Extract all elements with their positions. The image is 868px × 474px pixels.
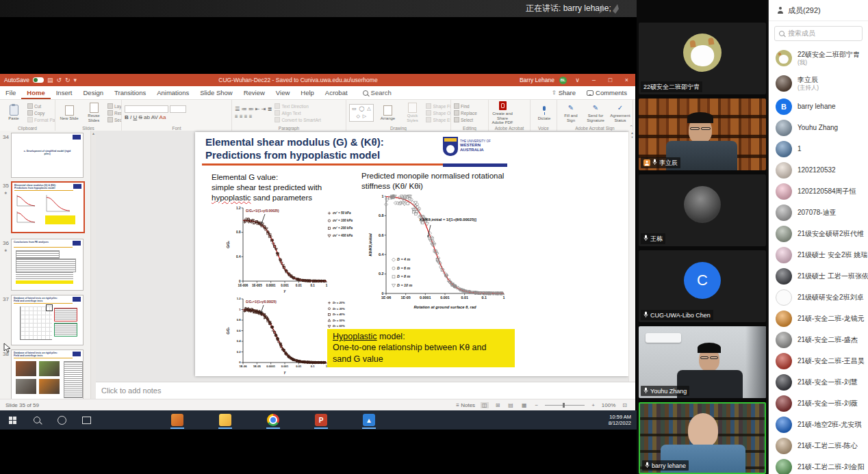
meeting-app-button[interactable] <box>167 410 188 430</box>
participant-row[interactable]: 21级安全硕研2班代维 <box>769 223 868 244</box>
member-search-input[interactable]: 搜索成员 <box>774 26 863 41</box>
participant-row[interactable]: 1202120584周子恒 <box>769 181 868 202</box>
photos-app-button[interactable]: ▲ <box>359 410 379 430</box>
participant-row[interactable]: 21硕-地空2班-尤安琪 <box>769 414 868 435</box>
slide-thumbnail-37[interactable]: Database of lateral tests on rigid piles… <box>11 295 84 345</box>
participant-row[interactable]: 21硕-安全二班-王昌昊 <box>769 350 868 371</box>
tab-transitions[interactable]: Transitions <box>109 87 151 99</box>
paragraph-buttons-row2[interactable]: ≡ ≡ ≡ ≡ <box>235 114 272 120</box>
normal-view-icon[interactable]: ◫ <box>481 402 489 408</box>
ribbon-button-convert-to-smartart[interactable]: Convert to SmartArt <box>275 117 320 122</box>
maximize-button[interactable]: □ <box>604 77 616 83</box>
paragraph-buttons-row1[interactable]: ☰ ≔ ≕ ⇤ ⇥ ≣ <box>235 106 272 112</box>
chrome-button[interactable] <box>263 410 283 430</box>
participant-row[interactable]: 22硕安全二班邵宁胄(我) <box>769 45 868 70</box>
ribbon-button-replace[interactable]: Replace <box>454 110 477 116</box>
slide-thumbnail-36[interactable]: Conclusions from FE analyses <box>11 239 84 291</box>
ribbon-button-format-painter[interactable]: Format Painter <box>27 117 52 122</box>
participant-row[interactable]: 21硕-安全二班-盛杰 <box>769 329 868 350</box>
ribbon-button-find[interactable]: Find <box>454 103 477 109</box>
participant-row[interactable]: 21级硕研安全2班刘卓 <box>769 287 868 308</box>
tab-help[interactable]: Help <box>295 87 320 99</box>
undo-icon[interactable]: ↺ <box>56 74 62 86</box>
ribbon-button-align-text[interactable]: Align Text <box>275 110 320 116</box>
autosave-toggle[interactable] <box>33 77 44 83</box>
slide-thumbnail-35[interactable]: Elemental shear modulus (G) & (Kθ): Pred… <box>11 181 85 233</box>
ribbon-button-fill-and-sign[interactable]: ✎Fill and Sign <box>560 103 582 122</box>
participant-row[interactable]: 21硕-安全一班-刘慧 <box>769 371 868 393</box>
tab-view[interactable]: View <box>270 87 295 99</box>
ribbon-button-agreement-status[interactable]: ✓Agreement Status <box>609 103 631 122</box>
canvas-scrollbar[interactable]: ▲▼ <box>628 131 635 382</box>
ribbon-button-dictate[interactable]: Dictate <box>533 105 555 121</box>
participant-row[interactable]: 21级硕士 工岩一班张依杰 <box>769 265 868 287</box>
participant-row[interactable]: 1202120532 <box>769 159 868 181</box>
close-button[interactable]: × <box>621 77 633 83</box>
video-tile-1[interactable]: 22硕安全二班邵宁胄 <box>639 23 766 94</box>
cortana-icon[interactable] <box>49 410 74 430</box>
font-name-combobox[interactable] <box>125 105 168 113</box>
participant-row[interactable]: 21硕-安全一班-刘薇 <box>769 393 868 414</box>
video-tile-5[interactable]: Youhu Zhang <box>639 326 766 398</box>
scroll-up-icon[interactable]: ▲ <box>91 131 96 136</box>
reading-view-icon[interactable]: ▤ <box>507 402 515 408</box>
participant-row[interactable]: 207078-迪亚 <box>769 202 868 223</box>
ribbon-button-cut[interactable]: Cut <box>27 103 52 109</box>
tab-file[interactable]: File <box>0 87 21 99</box>
ribbon-button-reset[interactable]: Reset <box>107 110 118 116</box>
task-view-icon[interactable] <box>74 410 99 430</box>
ribbon-button-send-for-signature[interactable]: ✎Send for Signature <box>585 103 607 122</box>
taskbar-clock[interactable]: 10:59 AM 8/12/2022 <box>609 414 637 426</box>
redo-icon[interactable]: ↻ <box>65 74 71 86</box>
zoom-out-icon[interactable]: − <box>533 402 539 408</box>
tab-slide-show[interactable]: Slide Show <box>194 87 238 99</box>
file-explorer-button[interactable] <box>215 410 235 430</box>
ribbon-button-create-and-share-adobe-pdf[interactable]: Create and Share Adobe PDF <box>492 101 513 125</box>
participant-row[interactable]: Youhu Zhang <box>769 117 868 138</box>
tab-insert[interactable]: Insert <box>51 87 78 99</box>
ribbon-display-button[interactable]: ∨ <box>572 77 583 83</box>
tab-acrobat[interactable]: Acrobat <box>320 87 353 99</box>
taskbar-search-icon[interactable] <box>25 410 49 430</box>
zoom-slider[interactable] <box>545 405 585 406</box>
ribbon-button-reuse-slides[interactable]: Reuse Slides <box>83 103 105 122</box>
share-button[interactable]: ⇧ Share <box>552 89 576 96</box>
comments-button[interactable]: Comments <box>587 89 627 96</box>
tab-design[interactable]: Design <box>77 87 109 99</box>
ribbon-button-layout[interactable]: Layout <box>107 103 118 109</box>
participant-row[interactable]: 21硕-工岩二班-陈心 <box>769 435 868 456</box>
participant-row[interactable]: Bbarry lehane <box>769 96 868 117</box>
participants-list[interactable]: 22硕安全二班邵宁胄(我)李立辰(主持人)Bbarry lehaneYouhu … <box>769 45 868 474</box>
account-avatar[interactable]: BL <box>559 77 567 84</box>
minimize-button[interactable]: – <box>588 77 600 83</box>
video-tile-3[interactable]: 王栋 <box>639 174 766 246</box>
thumbnail-scrollbar[interactable]: ▲ <box>90 131 96 399</box>
font-style-buttons[interactable]: B I U S ab AV Aa <box>125 114 186 120</box>
participant-row[interactable]: 21级硕士 安全2班 姚瑞 <box>769 244 868 265</box>
participant-row[interactable]: 李立辰(主持人) <box>769 70 868 96</box>
ribbon-button-quick-styles[interactable]: Quick Styles <box>401 103 423 122</box>
slide-thumbnail-34[interactable]: c. Development of simplified model (rigi… <box>11 133 84 178</box>
ribbon-button-arrange[interactable]: Arrange <box>376 105 398 121</box>
slide-thumbnail-38[interactable]: Database of lateral tests on rigid piles… <box>11 350 84 399</box>
save-icon[interactable]: ▤ <box>47 74 53 86</box>
ribbon-button-paste[interactable]: Paste <box>3 105 25 121</box>
ribbon-button-new-slide[interactable]: New Slide <box>58 105 80 121</box>
tab-home[interactable]: Home <box>21 87 50 99</box>
account-name[interactable]: Barry Lehane <box>520 77 554 83</box>
zoom-level[interactable]: 100% <box>602 402 615 408</box>
notes-pane[interactable]: Click to add notes <box>96 382 635 399</box>
slideshow-icon[interactable]: ▦ <box>520 402 528 408</box>
ribbon-button-shape-fill[interactable]: Shape Fill <box>426 103 448 109</box>
video-tile-4[interactable]: CCUG-UWA-Libo Chen <box>639 250 766 322</box>
ribbon-button-shape-effects[interactable]: Shape Effects <box>426 117 448 122</box>
video-tile-6[interactable]: barry lehane <box>639 402 766 474</box>
participant-row[interactable]: 21硕-安全二班-龙镜元 <box>769 308 868 329</box>
slide-sorter-icon[interactable]: ⊞ <box>494 402 502 408</box>
ribbon-button-section[interactable]: Section <box>107 117 118 122</box>
fit-slide-icon[interactable]: ⊡ <box>621 402 628 408</box>
participant-row[interactable]: 21硕-工岩二班-刘金阳 <box>769 456 868 474</box>
ribbon-button-shape-outline[interactable]: Shape Outline <box>426 110 448 116</box>
notes-toggle-button[interactable]: ≡ Notes <box>456 402 475 408</box>
ribbon-button-select[interactable]: Select <box>454 117 477 122</box>
